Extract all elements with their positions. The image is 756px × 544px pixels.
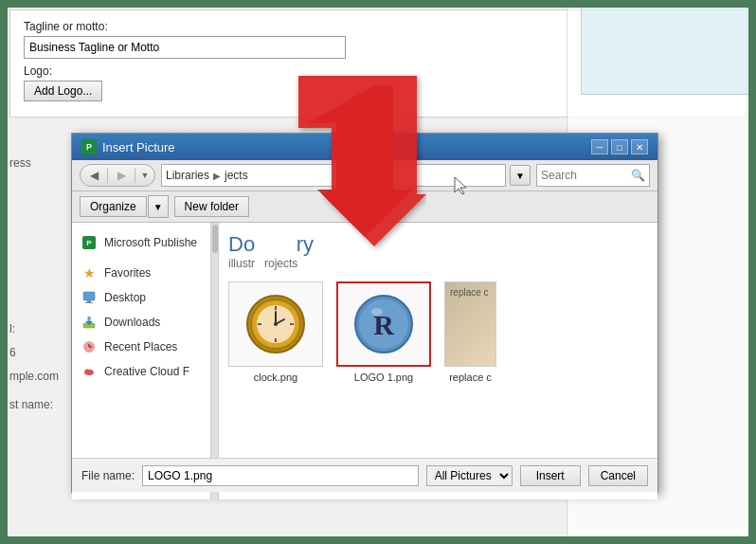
- path-libraries: Libraries: [166, 169, 209, 182]
- folder-subtitle: illustrrojects: [228, 257, 648, 270]
- folder-title-text2: ry: [297, 232, 314, 256]
- action-toolbar: Organize ▼ New folder: [72, 191, 657, 223]
- folder-title: Do ry: [228, 232, 648, 257]
- logo-thumbnail: R: [336, 281, 431, 367]
- publisher-icon: P: [81, 139, 97, 154]
- nav-toolbar: ◀ ▶ ▼ Libraries ▶ jects ▼ 🔍: [72, 160, 657, 191]
- forward-button[interactable]: ▶: [108, 164, 135, 187]
- recent-button[interactable]: ▼: [135, 164, 154, 187]
- sidebar-item-publisher[interactable]: P Microsoft Publishe: [72, 230, 218, 255]
- logo-filename: LOGO 1.png: [354, 372, 413, 383]
- file-type-select[interactable]: All Pictures: [426, 465, 513, 486]
- minimize-button[interactable]: ─: [591, 139, 608, 154]
- maximize-button[interactable]: □: [611, 139, 628, 154]
- filename-input[interactable]: [142, 465, 419, 486]
- replace-thumbnail: replace c: [444, 281, 496, 367]
- organize-button[interactable]: Organize: [80, 196, 147, 217]
- insert-button[interactable]: Insert: [520, 465, 581, 486]
- desktop-icon: [81, 290, 97, 305]
- recent-icon: [81, 339, 97, 354]
- sidebar-item-favorites[interactable]: ★ Favorites: [72, 261, 218, 285]
- cancel-button[interactable]: Cancel: [588, 465, 648, 486]
- filename-label: File name:: [81, 469, 135, 482]
- clock-thumbnail: [228, 281, 323, 367]
- new-folder-button[interactable]: New folder: [174, 196, 249, 217]
- folder-title-text: Do: [228, 232, 255, 256]
- path-dropdown-button[interactable]: ▼: [510, 165, 531, 186]
- file-item-logo[interactable]: R LOGO 1.png: [336, 281, 431, 383]
- sidebar-cloud-label: Creative Cloud F: [104, 365, 189, 378]
- insert-picture-dialog: P Insert Picture ─ □ ✕ ◀ ▶ ▼ Libraries ▶…: [71, 133, 658, 493]
- publisher-sidebar-icon: P: [81, 235, 97, 250]
- file-item-clock[interactable]: clock.png: [228, 281, 323, 383]
- email-label: mple.com: [9, 370, 59, 383]
- sidebar-item-cloud[interactable]: Creative Cloud F: [72, 359, 218, 384]
- sidebar-recent-label: Recent Places: [104, 340, 177, 354]
- name-label: st name:: [9, 398, 53, 411]
- scrollbar-thumb: [212, 225, 218, 253]
- nav-buttons: ◀ ▶ ▼: [80, 164, 155, 187]
- sidebar-item-recent[interactable]: Recent Places: [72, 335, 218, 359]
- window-controls: ─ □ ✕: [591, 139, 648, 154]
- number-label: 6: [9, 346, 16, 359]
- back-button[interactable]: ◀: [81, 164, 107, 187]
- replace-thumb-text: replace c: [445, 282, 495, 302]
- dialog-title: Insert Picture: [102, 140, 175, 154]
- svg-rect-1: [87, 300, 91, 302]
- search-input[interactable]: [541, 169, 631, 182]
- sidebar-downloads-label: Downloads: [104, 316, 160, 329]
- path-arrow1: ▶: [213, 171, 221, 181]
- sidebar-item-desktop[interactable]: Desktop: [72, 285, 218, 310]
- search-icon: 🔍: [631, 169, 645, 182]
- dialog-titlebar: P Insert Picture ─ □ ✕: [72, 134, 657, 160]
- add-logo-button[interactable]: Add Logo...: [24, 81, 102, 101]
- path-projects: jects: [225, 169, 248, 182]
- address-label: ress: [9, 156, 31, 170]
- svg-rect-2: [85, 302, 93, 303]
- svg-point-26: [371, 308, 383, 316]
- svg-point-11: [89, 370, 93, 373]
- dialog-bottom-bar: File name: All Pictures Insert Cancel: [72, 458, 657, 492]
- phone-label: l:: [9, 322, 15, 335]
- downloads-icon: [81, 315, 97, 330]
- sidebar-desktop-label: Desktop: [104, 291, 146, 304]
- cloud-icon: [81, 364, 97, 379]
- folder-header: Do ry illustrrojects: [228, 232, 648, 270]
- search-box: 🔍: [536, 164, 650, 187]
- sidebar-item-downloads[interactable]: Downloads: [72, 310, 218, 335]
- replace-filename: replace c: [449, 372, 492, 383]
- right-image-area: [581, 0, 751, 95]
- sidebar-publisher-label: Microsoft Publishe: [104, 236, 197, 249]
- svg-point-10: [85, 370, 90, 374]
- tagline-input[interactable]: [24, 36, 346, 59]
- star-icon: ★: [81, 265, 97, 281]
- sidebar-favorites-label: Favorites: [104, 266, 151, 280]
- organize-dropdown-button[interactable]: ▼: [148, 195, 169, 218]
- path-bar: Libraries ▶ jects ▼: [161, 164, 531, 187]
- file-item-replace[interactable]: replace c replace c: [444, 281, 496, 383]
- files-grid: clock.png R: [228, 281, 648, 383]
- svg-point-22: [274, 322, 278, 326]
- address-bar[interactable]: Libraries ▶ jects: [161, 164, 506, 187]
- clock-filename: clock.png: [254, 372, 297, 383]
- close-button[interactable]: ✕: [631, 139, 648, 154]
- organize-dropdown: Organize ▼: [80, 195, 169, 218]
- svg-rect-0: [83, 292, 95, 300]
